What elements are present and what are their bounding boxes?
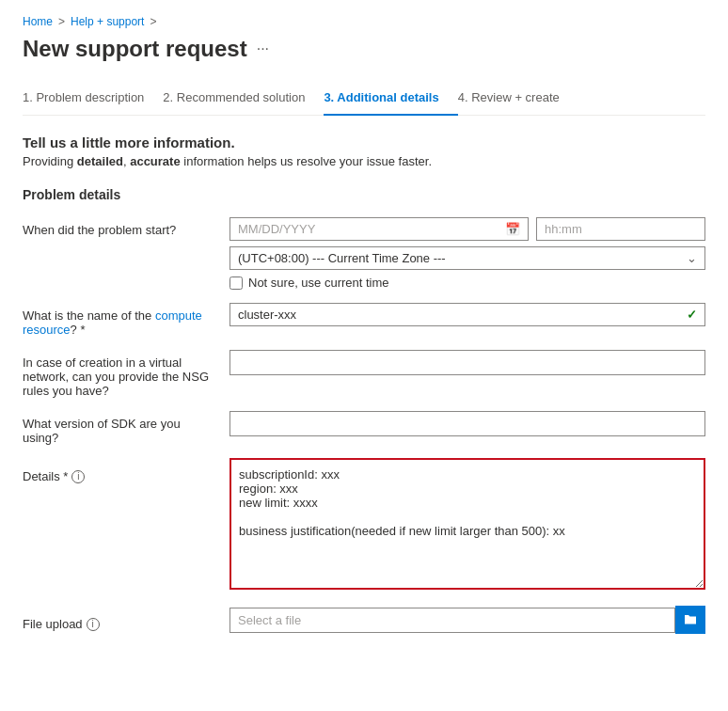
file-upload-input[interactable]: Select a file bbox=[229, 608, 675, 633]
group-title-problem-details: Problem details bbox=[23, 187, 705, 202]
breadcrumb-sep1: > bbox=[58, 15, 65, 28]
breadcrumb-help-support[interactable]: Help + support bbox=[71, 15, 144, 28]
breadcrumb-home[interactable]: Home bbox=[23, 15, 53, 28]
file-upload-label: File upload bbox=[23, 617, 83, 631]
wizard-step-problem-description[interactable]: 1. Problem description bbox=[23, 81, 163, 116]
breadcrumb: Home > Help + support > bbox=[23, 15, 705, 28]
check-icon: ✓ bbox=[687, 308, 697, 322]
page-title: New support request bbox=[23, 36, 247, 62]
file-upload-info-icon[interactable]: i bbox=[87, 618, 100, 631]
subtitle-bold1: detailed bbox=[77, 154, 123, 168]
folder-icon bbox=[684, 613, 697, 626]
compute-resource-select[interactable]: cluster-xxx ✓ bbox=[229, 303, 705, 326]
compute-resource-value: cluster-xxx bbox=[238, 308, 296, 322]
compute-resource-label: What is the name of the compute resource… bbox=[23, 303, 229, 337]
time-placeholder: hh:mm bbox=[545, 222, 582, 236]
more-options-icon[interactable]: ··· bbox=[257, 40, 269, 57]
section-subtitle: Providing detailed, accurate information… bbox=[23, 154, 705, 168]
wizard-step-review-create[interactable]: 4. Review + create bbox=[458, 81, 578, 116]
nsg-label: In case of creation in a virtual network… bbox=[23, 350, 229, 398]
time-input[interactable]: hh:mm bbox=[536, 217, 705, 241]
date-placeholder: MM/DD/YYYY bbox=[238, 222, 315, 236]
timezone-dropdown[interactable]: (UTC+08:00) --- Current Time Zone --- ⌄ bbox=[229, 246, 705, 270]
section-title: Tell us a little more information. bbox=[23, 134, 705, 150]
details-textarea[interactable]: subscriptionId: xxx region: xxx new limi… bbox=[229, 458, 705, 590]
wizard-steps: 1. Problem description 2. Recommended so… bbox=[23, 81, 705, 116]
subtitle-pre: Providing bbox=[23, 154, 77, 168]
file-upload-button[interactable] bbox=[675, 606, 705, 634]
not-sure-label: Not sure, use current time bbox=[248, 276, 389, 290]
wizard-step-additional-details[interactable]: 3. Additional details bbox=[324, 81, 457, 116]
file-upload-placeholder: Select a file bbox=[238, 613, 301, 627]
details-info-icon[interactable]: i bbox=[71, 470, 85, 483]
details-label: Details * bbox=[23, 469, 68, 483]
breadcrumb-sep2: > bbox=[150, 15, 156, 28]
sdk-input[interactable] bbox=[229, 411, 705, 436]
wizard-step-recommended-solution[interactable]: 2. Recommended solution bbox=[163, 81, 324, 116]
sdk-label: What version of SDK are you using? bbox=[23, 411, 229, 445]
not-sure-checkbox[interactable] bbox=[229, 276, 243, 290]
date-input[interactable]: MM/DD/YYYY 📅 bbox=[229, 217, 529, 241]
subtitle-post: information helps us resolve your issue … bbox=[181, 154, 432, 168]
when-problem-start-label: When did the problem start? bbox=[23, 217, 229, 237]
subtitle-bold2: accurate bbox=[130, 154, 180, 168]
timezone-value: (UTC+08:00) --- Current Time Zone --- bbox=[238, 251, 446, 265]
nsg-input[interactable] bbox=[229, 350, 705, 375]
chevron-down-icon: ⌄ bbox=[687, 251, 697, 265]
calendar-icon[interactable]: 📅 bbox=[505, 222, 520, 236]
